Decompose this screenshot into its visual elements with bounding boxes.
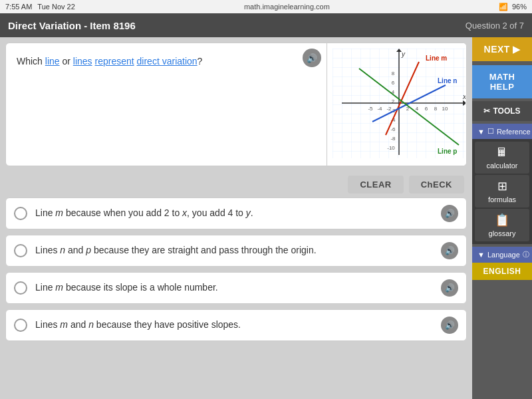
radio-c[interactable] xyxy=(14,281,27,295)
tools-label: TOOLS xyxy=(493,106,520,116)
choice-a[interactable]: Line m because when you add 2 to x, you … xyxy=(5,198,467,229)
svg-text:x: x xyxy=(462,93,466,100)
choice-d-text: Lines m and n because they have positive… xyxy=(35,319,433,332)
radio-b[interactable] xyxy=(14,244,27,257)
scissors-icon: ✂ xyxy=(483,106,490,116)
glossary-item[interactable]: 📋 glossary xyxy=(475,209,529,241)
link-line[interactable]: line xyxy=(45,56,60,66)
question-audio-button[interactable]: 🔊 xyxy=(303,49,321,67)
reference-label: Reference xyxy=(497,128,531,136)
coordinate-graph: x y -5 -4 -2 2 4 6 8 10 8 6 4 2 xyxy=(332,49,466,158)
language-section: ▼ Language ⓘ ENGLISH xyxy=(472,247,532,280)
chevron-down-icon: ▼ xyxy=(477,128,485,136)
svg-text:-6: -6 xyxy=(390,126,396,132)
answer-choices: Line m because when you add 2 to x, you … xyxy=(0,198,472,346)
link-lines[interactable]: lines xyxy=(73,56,92,66)
question-section: Which line or lines represent direct var… xyxy=(5,43,467,166)
choice-c[interactable]: Line m because its slope is a whole numb… xyxy=(5,272,467,304)
svg-text:-5: -5 xyxy=(368,106,373,112)
svg-text:-4: -4 xyxy=(377,106,382,112)
svg-text:6: 6 xyxy=(425,106,428,112)
svg-text:Line n: Line n xyxy=(438,77,457,84)
svg-text:-10: -10 xyxy=(387,145,395,151)
calculator-icon: 🖩 xyxy=(496,146,508,160)
status-left: 7:55 AM Tue Nov 22 xyxy=(5,3,75,11)
next-arrow-icon: ▶ xyxy=(513,44,521,55)
svg-text:y: y xyxy=(401,51,406,58)
question-text-box: Which line or lines represent direct var… xyxy=(6,43,327,166)
svg-text:-8: -8 xyxy=(390,136,396,142)
language-header[interactable]: ▼ Language ⓘ xyxy=(472,247,532,263)
formulas-item[interactable]: ⊞ formulas xyxy=(475,175,529,207)
battery: 96% xyxy=(512,3,527,11)
url: math.imaginelearning.com xyxy=(244,3,330,11)
choice-a-text: Line m because when you add 2 to x, you … xyxy=(35,207,433,220)
formulas-icon: ⊞ xyxy=(497,179,507,194)
language-info-icon: ⓘ xyxy=(523,250,529,259)
status-right: 📶 96% xyxy=(499,3,527,11)
reference-header[interactable]: ▼ ☐ Reference xyxy=(472,124,532,139)
choice-c-text: Line m because its slope is a whole numb… xyxy=(35,281,433,295)
action-buttons-row: CLEAR ChECK xyxy=(0,172,472,198)
radio-a[interactable] xyxy=(14,207,27,220)
main-layout: THINKthinkTHINKthinkTHINKthink Which lin… xyxy=(0,37,532,399)
graph-box: x y -5 -4 -2 2 4 6 8 10 8 6 4 2 xyxy=(327,43,466,166)
choice-b-audio[interactable]: 🔊 xyxy=(441,242,458,259)
reference-items: 🖩 calculator ⊞ formulas 📋 glossary xyxy=(472,139,532,244)
choice-a-audio[interactable]: 🔊 xyxy=(441,205,458,222)
status-bar: 7:55 AM Tue Nov 22 math.imaginelearning.… xyxy=(0,0,532,13)
choice-b-text: Lines n and p because they are straight … xyxy=(35,244,433,257)
calculator-label: calculator xyxy=(486,162,517,170)
lang-chevron-icon: ▼ xyxy=(477,251,485,259)
clear-button[interactable]: CLEAR xyxy=(348,176,403,194)
svg-text:8: 8 xyxy=(392,70,395,76)
check-button[interactable]: ChECK xyxy=(409,176,464,194)
svg-text:6: 6 xyxy=(392,80,395,86)
calculator-item[interactable]: 🖩 calculator xyxy=(475,142,529,174)
svg-text:Line p: Line p xyxy=(438,148,457,155)
english-button[interactable]: ENGLISH xyxy=(472,263,532,280)
app-header: Direct Variation - Item 8196 Question 2 … xyxy=(0,13,532,37)
svg-text:8: 8 xyxy=(434,106,438,112)
sidebar: NEXT ▶ MATH HELP ✂ TOOLS ▼ ☐ Reference 🖩… xyxy=(472,37,532,399)
language-label: Language xyxy=(487,251,520,259)
time: 7:55 AM xyxy=(5,3,32,11)
svg-text:4: 4 xyxy=(416,106,419,112)
question-text: Which line or lines represent direct var… xyxy=(17,54,316,68)
glossary-icon: 📋 xyxy=(495,213,509,227)
svg-text:2: 2 xyxy=(392,98,395,104)
tools-button[interactable]: ✂ TOOLS xyxy=(472,101,532,121)
choice-c-audio[interactable]: 🔊 xyxy=(441,279,458,297)
page-title: Direct Variation - Item 8196 xyxy=(8,20,136,31)
checkbox-icon: ☐ xyxy=(487,127,494,136)
content-area: THINKthinkTHINKthinkTHINKthink Which lin… xyxy=(0,37,472,399)
choice-d-audio[interactable]: 🔊 xyxy=(441,317,458,334)
link-direct-variation[interactable]: direct variation xyxy=(137,56,198,66)
glossary-label: glossary xyxy=(489,229,516,237)
choice-b[interactable]: Lines n and p because they are straight … xyxy=(5,235,467,267)
svg-text:Line m: Line m xyxy=(426,55,447,62)
math-help-button[interactable]: MATH HELP xyxy=(472,65,532,98)
formulas-label: formulas xyxy=(488,196,516,203)
choice-d[interactable]: Lines m and n because they have positive… xyxy=(5,309,467,341)
link-represent[interactable]: represent xyxy=(95,56,134,66)
question-progress: Question 2 of 7 xyxy=(466,21,524,31)
svg-text:10: 10 xyxy=(442,106,448,112)
radio-d[interactable] xyxy=(14,319,27,332)
math-help-label: MATH HELP xyxy=(489,72,515,92)
next-label: NEXT xyxy=(484,44,510,55)
reference-section: ▼ ☐ Reference 🖩 calculator ⊞ formulas 📋 … xyxy=(472,124,532,244)
next-button[interactable]: NEXT ▶ xyxy=(472,37,532,61)
date: Tue Nov 22 xyxy=(37,3,74,11)
wifi-icon: 📶 xyxy=(499,3,508,11)
